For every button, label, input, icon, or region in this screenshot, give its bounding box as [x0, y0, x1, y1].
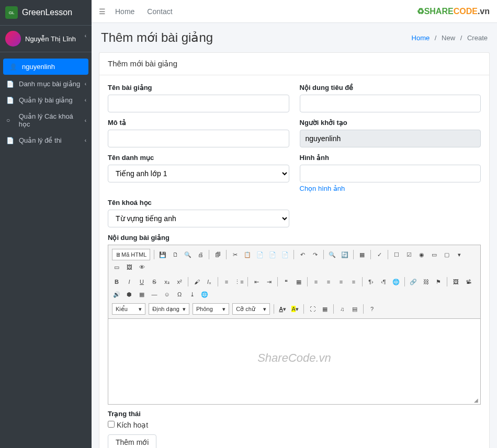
- outdent-icon[interactable]: ⇤: [251, 276, 262, 288]
- maximize-icon[interactable]: ⛶: [307, 303, 318, 315]
- paste-icon[interactable]: 📄: [254, 249, 266, 260]
- superscript-icon[interactable]: x²: [174, 276, 185, 288]
- styles-combo[interactable]: Kiểu ▾: [112, 303, 145, 315]
- paste-text-icon[interactable]: 📄: [267, 249, 278, 260]
- pagebreak-icon[interactable]: ⤓: [186, 289, 198, 300]
- size-combo[interactable]: Cỡ chữ ▾: [232, 303, 270, 315]
- table-icon[interactable]: ▦: [136, 289, 148, 300]
- embed-icon[interactable]: ▤: [349, 303, 360, 315]
- redo-icon[interactable]: ↷: [309, 249, 321, 260]
- category-select[interactable]: Tiếng anh lớp 1: [108, 165, 289, 182]
- audio-icon[interactable]: 🔊: [111, 289, 122, 300]
- flash-icon[interactable]: 📽: [462, 276, 474, 288]
- strike-icon[interactable]: S: [149, 276, 160, 288]
- category-label: Tên danh mục: [108, 154, 289, 162]
- resize-handle-icon[interactable]: ◢: [108, 397, 480, 404]
- breadcrumb-home[interactable]: Home: [412, 34, 430, 42]
- title-content-input[interactable]: [300, 95, 481, 112]
- replace-icon[interactable]: 🔄: [339, 249, 351, 260]
- copy-icon[interactable]: 📋: [242, 249, 253, 260]
- chevron-left-icon: ‹: [85, 118, 86, 123]
- font-combo[interactable]: Phông ▾: [193, 303, 229, 315]
- course-select[interactable]: Từ vựng tiếng anh: [108, 210, 289, 227]
- submit-button[interactable]: Thêm mới: [108, 434, 156, 448]
- user-panel[interactable]: Nguyễn Thị Lĩnh ‹: [0, 26, 92, 52]
- image-icon[interactable]: 🖼: [450, 276, 461, 288]
- bulletedlist-icon[interactable]: ⋮≡: [233, 276, 245, 288]
- print-icon[interactable]: 🖨: [195, 249, 206, 260]
- save-icon[interactable]: 💾: [157, 249, 168, 260]
- button-icon[interactable]: ▭: [111, 261, 122, 273]
- bold-icon[interactable]: B: [111, 276, 122, 288]
- blockquote-icon[interactable]: ❝: [280, 276, 292, 288]
- anchor-icon[interactable]: ⚑: [433, 276, 444, 288]
- align-left-icon[interactable]: ≡: [310, 276, 322, 288]
- language-icon[interactable]: 🌐: [390, 276, 402, 288]
- editor-content-area[interactable]: ShareCode.vn: [108, 319, 480, 397]
- bgcolor-icon[interactable]: A▾: [289, 303, 301, 315]
- desc-input[interactable]: [108, 130, 289, 147]
- file-icon: 📄: [6, 137, 15, 144]
- cut-icon[interactable]: ✂: [229, 249, 241, 260]
- sidebar-item-label: nguyenlinh: [22, 63, 55, 71]
- source-button[interactable]: 🗎 Mã HTML: [112, 249, 150, 260]
- choose-image-link[interactable]: Chọn hình ảnh: [300, 185, 345, 192]
- specialchar-icon[interactable]: Ω: [174, 289, 185, 300]
- textcolor-icon[interactable]: A▾: [277, 303, 288, 315]
- status-label: Trạng thái: [108, 410, 481, 418]
- indent-icon[interactable]: ⇥: [263, 276, 275, 288]
- nav-home[interactable]: Home: [115, 7, 134, 16]
- align-right-icon[interactable]: ≡: [335, 276, 347, 288]
- italic-icon[interactable]: I: [123, 276, 135, 288]
- video-icon[interactable]: ⬢: [123, 289, 135, 300]
- align-center-icon[interactable]: ≡: [323, 276, 334, 288]
- ltr-icon[interactable]: ¶›: [365, 276, 377, 288]
- about-icon[interactable]: ?: [366, 303, 378, 315]
- brand[interactable]: GL GreenLesson: [0, 0, 92, 26]
- sidebar-item-exams[interactable]: 📄 Quản lý đề thi ‹: [0, 132, 92, 148]
- activate-checkbox[interactable]: [108, 421, 115, 428]
- select-icon[interactable]: ▾: [454, 249, 465, 260]
- media-icon[interactable]: ♫: [336, 303, 348, 315]
- smiley-icon[interactable]: ☺: [161, 289, 173, 300]
- menu-toggle-icon[interactable]: ☰: [99, 7, 106, 16]
- removeformat-icon[interactable]: Iₓ: [204, 276, 215, 288]
- templates-icon[interactable]: 🗐: [212, 249, 223, 260]
- showblocks-icon[interactable]: ▦: [319, 303, 331, 315]
- sidebar-item-category[interactable]: 📄 Danh mục bài giảng ‹: [0, 76, 92, 92]
- paste-word-icon[interactable]: 📄: [279, 249, 291, 260]
- format-combo[interactable]: Định dạng ▾: [149, 303, 189, 315]
- spellcheck-icon[interactable]: ✓: [374, 249, 385, 260]
- iframe-icon[interactable]: 🌐: [199, 289, 210, 300]
- breadcrumb-create: Create: [467, 34, 488, 42]
- selectall-icon[interactable]: ▦: [356, 249, 368, 260]
- nav-contact[interactable]: Contact: [147, 7, 172, 16]
- link-icon[interactable]: 🔗: [408, 276, 419, 288]
- sidebar-item-username[interactable]: 👤 nguyenlinh: [3, 59, 88, 75]
- rtl-icon[interactable]: ‹¶: [378, 276, 389, 288]
- find-icon[interactable]: 🔍: [326, 249, 338, 260]
- unlink-icon[interactable]: ⛓: [420, 276, 432, 288]
- new-page-icon[interactable]: 🗋: [170, 249, 181, 260]
- copyformat-icon[interactable]: 🖌: [191, 276, 202, 288]
- undo-icon[interactable]: ↶: [297, 249, 308, 260]
- activate-checkbox-label[interactable]: Kích hoạt: [108, 421, 148, 429]
- div-icon[interactable]: ▦: [293, 276, 304, 288]
- sidebar-item-lessons[interactable]: 📄 Quản lý bài giảng ‹: [0, 92, 92, 108]
- hidden-icon[interactable]: 👁: [136, 261, 148, 273]
- textfield-icon[interactable]: ▭: [428, 249, 440, 260]
- radio-icon[interactable]: ◉: [416, 249, 427, 260]
- subscript-icon[interactable]: x₂: [161, 276, 173, 288]
- numberedlist-icon[interactable]: ≡: [221, 276, 232, 288]
- imagebutton-icon[interactable]: 🖼: [123, 261, 135, 273]
- preview-icon[interactable]: 🔍: [182, 249, 194, 260]
- lesson-name-input[interactable]: [108, 95, 289, 112]
- align-justify-icon[interactable]: ≡: [348, 276, 359, 288]
- form-icon[interactable]: ☐: [391, 249, 402, 260]
- image-input[interactable]: [300, 165, 481, 182]
- underline-icon[interactable]: U: [136, 276, 148, 288]
- sidebar-item-courses[interactable]: ○ Quản lý Các khoá học ‹: [0, 108, 92, 132]
- hr-icon[interactable]: —: [149, 289, 160, 300]
- textarea-icon[interactable]: ▢: [441, 249, 453, 260]
- checkbox-icon[interactable]: ☑: [403, 249, 415, 260]
